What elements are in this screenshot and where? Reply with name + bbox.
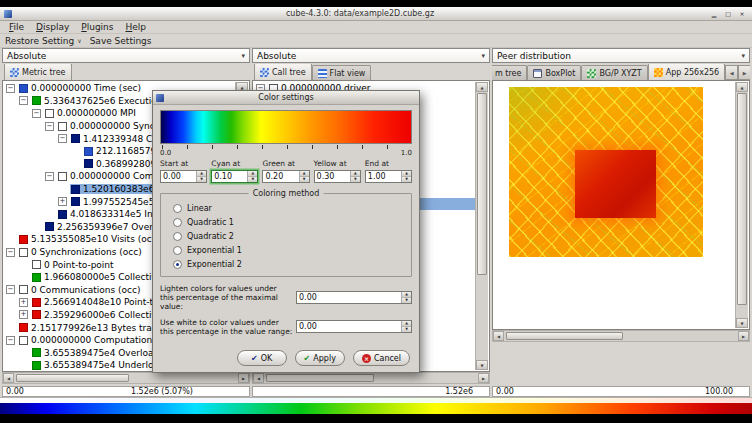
scrollbar-thumb[interactable] (506, 332, 623, 340)
tree-item[interactable]: 2.359296000e6 Collective (31, 310, 164, 320)
spin-down-icon[interactable]: ▼ (351, 177, 360, 182)
expand-icon[interactable]: + (19, 310, 28, 319)
tab-metric-tree[interactable]: Metric tree (4, 64, 72, 80)
collapse-icon[interactable]: − (19, 96, 28, 105)
menu-help[interactable]: Help (120, 22, 153, 32)
system-value-mode-combo[interactable]: Peer distribution ▾ (492, 48, 750, 63)
radio-exponential-1[interactable]: Exponential 1 (173, 243, 405, 257)
scroll-left-icon[interactable]: ◀ (493, 331, 504, 341)
scroll-down-icon[interactable]: ▼ (476, 360, 488, 370)
tree-item[interactable]: 0 Synchronizations (occ) (18, 247, 144, 257)
save-settings-button[interactable]: Save Settings (90, 36, 152, 46)
tree-item[interactable]: 3.655389475e4 Underload (31, 360, 167, 370)
start-at-spinbox[interactable]: 0.00▲▼ (160, 170, 207, 183)
white-spinbox[interactable]: 0.00 ▲ ▼ (296, 320, 412, 333)
tab-next-icon[interactable]: ▶ (738, 65, 750, 80)
tab-boxplot[interactable]: BoxPlot (527, 65, 581, 80)
cyan-at-spinbox[interactable]: 0.10▲▼ (211, 170, 258, 183)
scroll-up-icon[interactable]: ▲ (736, 82, 748, 92)
restore-setting-button[interactable]: Restore Setting ∨ (5, 36, 82, 46)
collapse-icon[interactable]: − (6, 336, 15, 345)
apply-button[interactable]: ✔Apply (295, 350, 345, 366)
radio-quadratic-1[interactable]: Quadratic 1 (173, 216, 405, 230)
lighten-spinbox[interactable]: 0.00 ▲ ▼ (296, 291, 412, 304)
horizontal-scrollbar[interactable]: ◀ ▶ (2, 372, 250, 384)
tab-m-tree[interactable]: m tree (492, 65, 527, 80)
scroll-right-icon[interactable]: ▶ (478, 373, 489, 383)
green-at-spinbox[interactable]: 0.20▲▼ (262, 170, 309, 183)
scrollbar-thumb[interactable] (266, 374, 374, 382)
scroll-left-icon[interactable]: ◀ (3, 373, 14, 383)
tree-item[interactable]: 0.000000000 Time (sec) (18, 83, 143, 93)
radio-button-icon[interactable] (173, 218, 182, 227)
radio-button-icon[interactable] (173, 232, 182, 241)
call-value-mode-combo[interactable]: Absolute ▾ (252, 48, 490, 63)
scroll-right-icon[interactable]: ▶ (738, 331, 749, 341)
cancel-button[interactable]: ×Cancel (353, 350, 410, 366)
scroll-down-icon[interactable]: ▼ (736, 318, 748, 328)
tree-item[interactable]: 0 Communications (occ) (18, 285, 143, 295)
severity-color-box-icon (32, 273, 41, 282)
lighten-label: Lighten colors for values under this per… (160, 284, 296, 311)
menu-file[interactable]: File (3, 22, 30, 32)
collapse-icon[interactable]: − (45, 122, 54, 131)
radio-button-icon[interactable] (173, 204, 182, 213)
radio-linear[interactable]: Linear (173, 202, 405, 216)
radio-exponential-2[interactable]: Exponential 2 (173, 257, 405, 271)
minimize-button[interactable]: ▁ (708, 9, 720, 19)
vertical-scrollbar[interactable]: ▲ ▼ (735, 82, 748, 328)
tree-item[interactable]: 1.966080000e5 Collective (31, 272, 164, 282)
scroll-right-icon[interactable]: ▶ (238, 373, 249, 383)
scroll-up-icon[interactable]: ▲ (476, 82, 488, 92)
horizontal-scrollbar[interactable]: ◀ ▶ (252, 372, 490, 384)
titlebar[interactable]: cube-4.3.0: data/example2D.cube.gz ▁ □ × (0, 7, 752, 21)
tab-call-tree[interactable]: Call tree (254, 64, 312, 80)
spin-down-icon[interactable]: ▼ (300, 177, 309, 182)
menu-display[interactable]: Display (30, 22, 75, 32)
spin-down-icon[interactable]: ▼ (402, 298, 411, 303)
ok-button[interactable]: ✔OK (237, 350, 287, 366)
dialog-titlebar[interactable]: Color settings (153, 91, 419, 105)
menu-plugins[interactable]: Plugins (75, 22, 119, 32)
metric-value-mode-combo[interactable]: Absolute ▾ (2, 48, 250, 63)
expand-icon[interactable]: + (58, 197, 67, 206)
radio-label: Linear (187, 204, 212, 213)
end-at-spinbox[interactable]: 1.00▲▼ (365, 170, 412, 183)
radio-quadratic-2[interactable]: Quadratic 2 (173, 230, 405, 244)
yellow-at-spinbox[interactable]: 0.30▲▼ (314, 170, 361, 183)
tab-flat-view[interactable]: Flat view (312, 65, 372, 80)
collapse-icon[interactable]: − (6, 84, 15, 93)
spin-down-icon[interactable]: ▼ (402, 327, 411, 332)
collapse-icon[interactable]: − (45, 172, 54, 181)
spin-down-icon[interactable]: ▼ (248, 177, 257, 182)
collapse-icon[interactable]: − (58, 134, 67, 143)
tab-app-256x256[interactable]: App 256x256 (648, 64, 725, 80)
tab-prev-icon[interactable]: ◀ (725, 65, 738, 80)
severity-color-box-icon (45, 222, 54, 231)
close-button[interactable]: × (736, 9, 748, 19)
color-settings-dialog: Color settings 0.0 1.0 Start at0.00▲▼Cya… (152, 90, 420, 373)
tree-item[interactable]: 5.336437625e6 Execution (31, 96, 164, 106)
tree-item[interactable]: 5.135355085e10 Visits (occ) (18, 234, 162, 244)
spin-down-icon[interactable]: ▼ (402, 177, 411, 182)
scrollbar-thumb[interactable] (737, 93, 747, 305)
tab-bg-p-xyzt[interactable]: BG/P XYZT (581, 65, 647, 80)
scroll-left-icon[interactable]: ◀ (253, 373, 264, 383)
horizontal-scrollbar[interactable]: ◀ ▶ (492, 330, 750, 342)
collapse-icon[interactable]: − (6, 248, 15, 257)
scrollbar-thumb[interactable] (477, 93, 487, 275)
maximize-button[interactable]: □ (722, 9, 734, 19)
tree-item[interactable]: 0.000000000 MPI (44, 108, 138, 118)
radio-button-icon[interactable] (173, 260, 182, 269)
vertical-scrollbar[interactable]: ▲ ▼ (475, 82, 488, 370)
tab-label: App 256x256 (666, 68, 719, 77)
collapse-icon[interactable]: − (32, 109, 41, 118)
tree-item[interactable]: 3.655389475e4 Overload (31, 348, 161, 358)
scrollbar-thumb[interactable] (16, 374, 129, 382)
spin-down-icon[interactable]: ▼ (197, 177, 206, 182)
color-field: Yellow at0.30▲▼ (314, 159, 361, 183)
tree-item[interactable]: 0 Point-to-point (31, 260, 116, 270)
expand-icon[interactable]: + (19, 298, 28, 307)
collapse-icon[interactable]: − (6, 285, 15, 294)
radio-button-icon[interactable] (173, 246, 182, 255)
